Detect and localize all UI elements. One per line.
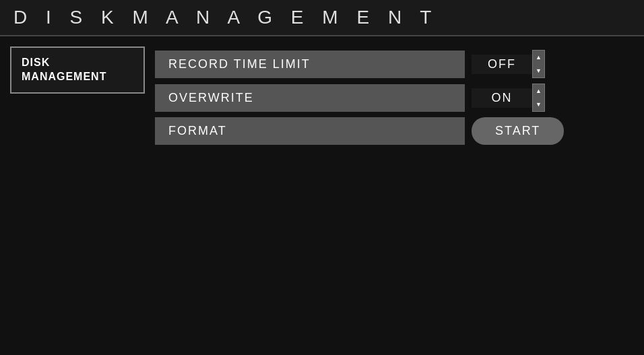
overwrite-label: OVERWRITE <box>155 84 465 112</box>
format-start-button[interactable]: START <box>472 117 564 145</box>
record-time-limit-up-button[interactable] <box>533 51 544 64</box>
overwrite-spinner <box>532 84 545 112</box>
overwrite-down-button[interactable] <box>533 98 544 111</box>
record-time-limit-label: RECORD TIME LIMIT <box>155 51 465 78</box>
setting-row-overwrite: OVERWRITE ON <box>155 84 634 112</box>
page-title: D I S K M A N A G E M E N T <box>13 7 631 28</box>
setting-row-format: FORMAT START <box>155 117 634 145</box>
format-control: START <box>472 117 564 145</box>
overwrite-value: ON <box>472 88 532 108</box>
sidebar-item-disk-management[interactable]: DISK MANAGEMENT <box>10 46 145 94</box>
title-bar: D I S K M A N A G E M E N T <box>0 0 644 36</box>
overwrite-up-button[interactable] <box>533 84 544 98</box>
sidebar-item-line1: DISK <box>22 57 50 68</box>
overwrite-control: ON <box>472 84 545 112</box>
content-area: DISK MANAGEMENT RECORD TIME LIMIT OFF <box>0 36 644 355</box>
setting-row-record-time-limit: RECORD TIME LIMIT OFF <box>155 50 634 78</box>
record-time-limit-control: OFF <box>472 50 545 78</box>
main-content: RECORD TIME LIMIT OFF OVERWRITE ON <box>155 46 634 345</box>
sidebar-item-line2: MANAGEMENT <box>22 71 106 82</box>
screen: D I S K M A N A G E M E N T DISK MANAGEM… <box>0 0 644 355</box>
format-label: FORMAT <box>155 117 465 145</box>
record-time-limit-value: OFF <box>472 55 532 74</box>
record-time-limit-down-button[interactable] <box>533 64 544 77</box>
record-time-limit-spinner <box>532 50 545 78</box>
sidebar: DISK MANAGEMENT <box>10 46 145 345</box>
